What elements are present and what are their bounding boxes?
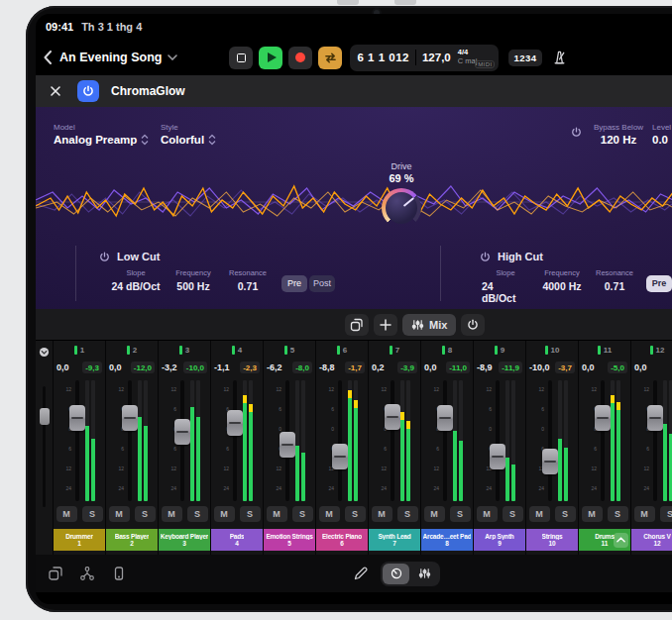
output-icon[interactable]	[39, 347, 50, 358]
solo-button[interactable]: S	[660, 506, 672, 522]
track-name-label[interactable]: Arcade…eet Pad 8	[421, 529, 473, 551]
volume-value[interactable]: 0,0	[109, 362, 122, 372]
fader-track[interactable]	[285, 380, 289, 501]
volume-value[interactable]: -10,0	[529, 362, 550, 372]
play-button[interactable]	[259, 47, 282, 69]
output-fader-handle[interactable]	[40, 408, 50, 425]
track-name-label[interactable]: Drummer 1	[54, 529, 105, 551]
slope-value[interactable]: 24 dB/Oct	[482, 280, 529, 304]
low-cut-post-button[interactable]: Post	[309, 275, 335, 292]
fader-handle[interactable]	[280, 432, 295, 458]
solo-button[interactable]: S	[450, 506, 471, 522]
count-in-button[interactable]: 1234	[508, 50, 541, 66]
edit-button[interactable]	[353, 566, 369, 581]
fader-track[interactable]	[391, 380, 394, 501]
bypass-below-control[interactable]: Bypass Below 120 Hz	[583, 123, 654, 146]
high-cut-pre-button[interactable]: Pre	[646, 275, 672, 292]
mute-button[interactable]: M	[529, 506, 550, 522]
solo-button[interactable]: S	[240, 506, 261, 522]
mute-button[interactable]: M	[109, 506, 130, 522]
fader-handle[interactable]	[174, 419, 190, 445]
solo-button[interactable]: S	[397, 506, 418, 522]
track-name-label[interactable]: Drums 11	[579, 529, 630, 551]
volume-value[interactable]: 0,0	[634, 362, 647, 372]
style-selector[interactable]: Style Colorful	[161, 123, 216, 146]
bypass-power-button[interactable]	[571, 127, 582, 138]
slope-value[interactable]: 24 dB/Oct	[111, 280, 160, 292]
resonance-value[interactable]: 0.71	[238, 280, 258, 292]
fader-handle[interactable]	[227, 410, 243, 436]
mute-button[interactable]: M	[582, 506, 603, 522]
keyboard-button[interactable]	[111, 566, 127, 581]
browser-button[interactable]	[48, 566, 63, 581]
resonance-value[interactable]: 0.71	[605, 280, 624, 292]
fader-handle[interactable]	[122, 405, 138, 431]
fader-handle[interactable]	[595, 405, 611, 431]
mute-button[interactable]: M	[267, 506, 287, 522]
playhead-position[interactable]: 6 1 1 012	[357, 52, 408, 63]
fader-track[interactable]	[443, 380, 447, 501]
mix-view-button[interactable]: Mix	[402, 314, 456, 336]
fader-handle[interactable]	[332, 444, 348, 469]
model-selector[interactable]: Model Analog Preamp	[54, 123, 149, 146]
low-cut-pre-button[interactable]: Pre	[281, 275, 307, 292]
mute-button[interactable]: M	[477, 506, 498, 522]
fader-track[interactable]	[653, 380, 657, 501]
mute-button[interactable]: M	[162, 506, 182, 522]
low-cut-power-button[interactable]	[99, 252, 110, 262]
volume-value[interactable]: -3,2	[162, 362, 177, 372]
stop-button[interactable]	[229, 47, 253, 69]
fader-handle[interactable]	[69, 405, 85, 431]
track-name-label[interactable]: Keyboard Player 3	[159, 529, 210, 551]
solo-button[interactable]: S	[82, 506, 103, 522]
mute-button[interactable]: M	[319, 506, 340, 522]
fader-track[interactable]	[180, 380, 184, 501]
solo-button[interactable]: S	[608, 506, 628, 522]
solo-button[interactable]: S	[187, 506, 208, 522]
mute-button[interactable]: M	[214, 506, 235, 522]
routing-button[interactable]	[79, 566, 95, 581]
faders-view-button[interactable]	[411, 564, 438, 584]
volume-value[interactable]: 0,0	[424, 362, 437, 372]
plugin-power-button[interactable]	[77, 80, 99, 102]
track-name-label[interactable]: Strings 10	[526, 529, 578, 551]
fader-handle[interactable]	[542, 449, 558, 474]
fader-track[interactable]	[338, 380, 342, 501]
solo-button[interactable]: S	[555, 506, 576, 522]
fader-handle[interactable]	[437, 405, 453, 431]
solo-button[interactable]: S	[135, 506, 156, 522]
volume-value[interactable]: -8,9	[477, 362, 493, 372]
volume-value[interactable]: 0,2	[372, 362, 385, 372]
output-fader-track[interactable]	[43, 386, 46, 507]
mute-button[interactable]: M	[56, 506, 77, 522]
add-track-button[interactable]	[374, 314, 397, 336]
stack-collapse-button[interactable]	[614, 533, 628, 548]
fader-track[interactable]	[233, 380, 237, 501]
knob-view-button[interactable]	[383, 564, 409, 584]
fader-track[interactable]	[548, 380, 552, 501]
fader-track[interactable]	[601, 380, 605, 501]
track-name-label[interactable]: Pads 4	[211, 529, 263, 551]
record-button[interactable]	[288, 47, 312, 69]
volume-value[interactable]: -1,1	[214, 362, 230, 372]
fader-track[interactable]	[496, 380, 500, 501]
mixer-power-button[interactable]	[461, 314, 485, 336]
level-control[interactable]: Level 0.0	[652, 123, 672, 146]
solo-button[interactable]: S	[345, 506, 366, 522]
high-cut-power-button[interactable]	[480, 252, 491, 262]
volume-value[interactable]: -6,2	[267, 362, 282, 372]
frequency-value[interactable]: 4000 Hz	[542, 280, 581, 292]
track-name-label[interactable]: Synth Lead 7	[369, 529, 420, 551]
fader-handle[interactable]	[647, 405, 663, 431]
back-button[interactable]	[44, 51, 52, 64]
lcd-display[interactable]: 6 1 1 012 127,0 4/4 C maj MIDI	[350, 45, 499, 71]
track-name-label[interactable]: Arp Synth 9	[474, 529, 525, 551]
volume-value[interactable]: -8,8	[319, 362, 335, 372]
close-plugin-button[interactable]	[50, 85, 61, 97]
track-name-label[interactable]: Bass Player 2	[106, 529, 158, 551]
solo-button[interactable]: S	[292, 506, 313, 522]
volume-value[interactable]: 0,0	[56, 362, 69, 372]
duplicate-button[interactable]	[345, 314, 369, 336]
fader-handle[interactable]	[490, 444, 505, 469]
metronome-button[interactable]	[551, 50, 568, 65]
